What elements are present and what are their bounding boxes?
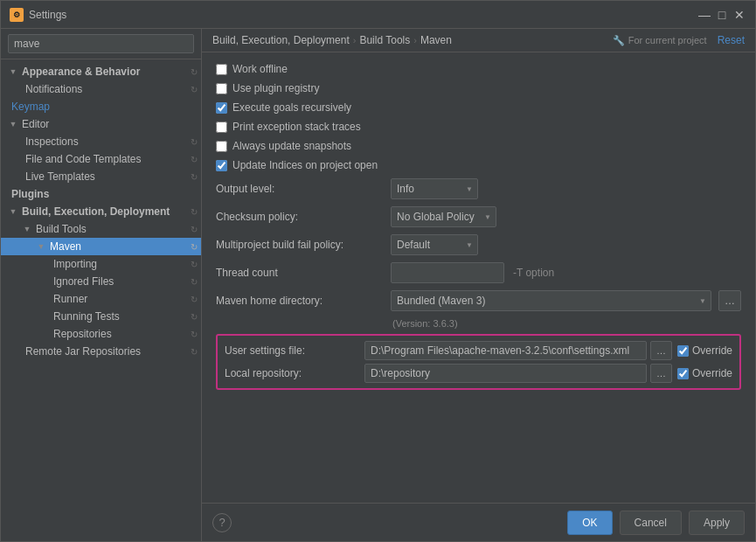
sidebar-label-remote-jar: Remote Jar Repositories	[22, 344, 191, 358]
thread-count-row: Thread count -T option	[216, 262, 741, 283]
multiproject-select[interactable]: Default Fail at end Fail never	[391, 234, 478, 255]
close-button[interactable]: ✕	[732, 8, 746, 22]
breadcrumb-path: Build, Execution, Deployment › Build Too…	[212, 34, 452, 46]
user-settings-override-wrap: Override	[677, 344, 732, 357]
thread-count-label: Thread count	[216, 267, 391, 279]
maven-home-select-wrapper: Bundled (Maven 3)	[391, 290, 711, 311]
sidebar-item-build-tools[interactable]: ▼ Build Tools ↻	[1, 220, 201, 238]
checksum-policy-control: No Global Policy Warn Fail	[391, 206, 741, 227]
use-plugin-registry-label[interactable]: Use plugin registry	[232, 82, 319, 94]
sidebar-item-maven[interactable]: ▼ Maven ↻	[1, 238, 201, 255]
sidebar-item-runner[interactable]: Runner ↻	[1, 290, 201, 308]
tree: ▼ Appearance & Behavior ↻ Notifications …	[1, 59, 201, 541]
sidebar-label-repositories: Repositories	[50, 327, 191, 341]
sync-icon: ↻	[191, 242, 198, 252]
print-exception-checkbox[interactable]	[216, 122, 227, 133]
sync-icon: ↻	[191, 347, 198, 357]
sync-icon: ↻	[191, 155, 198, 164]
help-button[interactable]: ?	[212, 513, 232, 532]
sidebar-item-repositories[interactable]: Repositories ↻	[1, 325, 201, 343]
sidebar-item-running-tests[interactable]: Running Tests ↻	[1, 308, 201, 325]
minimize-button[interactable]: —	[697, 8, 711, 22]
expand-arrow: ▼	[8, 66, 18, 77]
local-repository-override-checkbox[interactable]	[677, 368, 689, 379]
breadcrumb-part-3: Maven	[420, 34, 452, 46]
maven-home-select[interactable]: Bundled (Maven 3)	[391, 290, 711, 311]
sidebar-label-plugins: Plugins	[8, 187, 201, 201]
local-repository-browse-button[interactable]: …	[650, 364, 672, 383]
maven-home-label: Maven home directory:	[216, 295, 391, 307]
maximize-button[interactable]: □	[715, 8, 729, 22]
output-level-label: Output level:	[216, 183, 391, 195]
cancel-button[interactable]: Cancel	[620, 511, 682, 535]
work-offline-label[interactable]: Work offline	[232, 63, 288, 75]
checksum-policy-label: Checksum policy:	[216, 211, 391, 223]
work-offline-row: Work offline	[216, 63, 741, 75]
sidebar-label-editor: Editor	[18, 117, 201, 131]
checksum-policy-row: Checksum policy: No Global Policy Warn F…	[216, 206, 741, 227]
execute-goals-checkbox[interactable]	[216, 102, 227, 114]
checksum-policy-select[interactable]: No Global Policy Warn Fail	[391, 206, 496, 227]
dialog-title: Settings	[29, 9, 66, 21]
maven-home-control: Bundled (Maven 3) …	[391, 290, 741, 311]
multiproject-label: Multiproject build fail policy:	[216, 239, 391, 251]
update-indices-label[interactable]: Update Indices on project open	[232, 159, 378, 171]
local-repository-input[interactable]	[364, 364, 647, 383]
sidebar-item-notifications[interactable]: Notifications ↻	[1, 80, 201, 98]
work-offline-checkbox[interactable]	[216, 64, 227, 75]
sync-icon: ↻	[191, 277, 198, 287]
thread-count-input[interactable]	[391, 262, 504, 283]
update-indices-checkbox[interactable]	[216, 160, 227, 171]
output-level-select[interactable]: Info Debug Error	[391, 178, 478, 199]
sync-icon: ↻	[191, 225, 198, 234]
maven-home-row: Maven home directory: Bundled (Maven 3) …	[216, 290, 741, 311]
sidebar-item-ignored-files[interactable]: Ignored Files ↻	[1, 273, 201, 290]
project-icon: 🔧	[613, 35, 625, 46]
expand-arrow: ▼	[22, 224, 32, 234]
sidebar-item-live-templates[interactable]: Live Templates ↻	[1, 168, 201, 185]
user-settings-browse-button[interactable]: …	[650, 341, 672, 360]
sidebar-item-importing[interactable]: Importing ↻	[1, 255, 201, 273]
sync-icon: ↻	[191, 137, 198, 147]
sidebar-item-file-code-templates[interactable]: File and Code Templates ↻	[1, 150, 201, 168]
local-repository-label: Local repository:	[225, 367, 364, 379]
expand-arrow: ▼	[8, 119, 18, 129]
local-repository-override-wrap: Override	[677, 367, 732, 379]
reset-link[interactable]: Reset	[718, 34, 745, 46]
search-input[interactable]	[8, 34, 194, 53]
user-settings-override-checkbox[interactable]	[677, 345, 689, 357]
execute-goals-row: Execute goals recursively	[216, 101, 741, 114]
sidebar-label-running-tests: Running Tests	[50, 309, 191, 323]
use-plugin-registry-row: Use plugin registry	[216, 82, 741, 94]
sidebar-item-keymap[interactable]: Keymap	[1, 98, 201, 115]
always-update-row: Always update snapshots	[216, 140, 741, 152]
apply-button[interactable]: Apply	[689, 511, 745, 535]
current-project-label: 🔧 For current project	[613, 35, 707, 46]
sidebar-label-build-tools: Build Tools	[32, 222, 191, 236]
sidebar-item-inspections[interactable]: Inspections ↻	[1, 133, 201, 150]
user-settings-override-label[interactable]: Override	[692, 344, 732, 357]
local-repository-override-label[interactable]: Override	[692, 367, 732, 379]
execute-goals-label[interactable]: Execute goals recursively	[232, 101, 351, 114]
user-settings-input[interactable]	[364, 341, 647, 360]
local-repository-row: Local repository: … Override	[225, 364, 732, 383]
sidebar-item-appearance[interactable]: ▼ Appearance & Behavior ↻	[1, 63, 201, 80]
sidebar-item-build-execution[interactable]: ▼ Build, Execution, Deployment ↻	[1, 203, 201, 220]
print-exception-label[interactable]: Print exception stack traces	[232, 121, 361, 133]
sidebar-label-keymap: Keymap	[8, 100, 201, 114]
sidebar-item-plugins[interactable]: Plugins	[1, 185, 201, 203]
sidebar-item-editor[interactable]: ▼ Editor	[1, 115, 201, 133]
sidebar-item-remote-jar[interactable]: Remote Jar Repositories ↻	[1, 343, 201, 360]
sidebar: ▼ Appearance & Behavior ↻ Notifications …	[1, 29, 202, 541]
always-update-label[interactable]: Always update snapshots	[232, 140, 351, 152]
multiproject-control: Default Fail at end Fail never	[391, 234, 741, 255]
use-plugin-registry-checkbox[interactable]	[216, 83, 227, 94]
ok-button[interactable]: OK	[567, 511, 612, 535]
sync-icon: ↻	[191, 67, 198, 77]
always-update-checkbox[interactable]	[216, 141, 227, 152]
multiproject-select-wrapper: Default Fail at end Fail never	[391, 234, 478, 255]
maven-home-browse-button[interactable]: …	[718, 290, 741, 311]
multiproject-row: Multiproject build fail policy: Default …	[216, 234, 741, 255]
title-bar-left: ⚙ Settings	[10, 8, 66, 22]
breadcrumb-right: 🔧 For current project Reset	[613, 34, 745, 46]
